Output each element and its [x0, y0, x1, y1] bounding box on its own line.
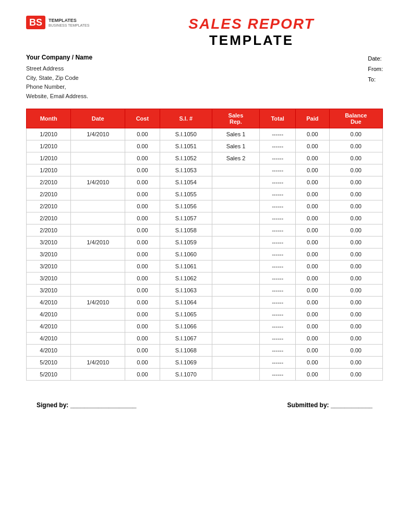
- table-cell-7-1: [71, 212, 125, 224]
- table-cell-3-2: 0.00: [125, 164, 160, 176]
- table-cell-11-4: [212, 261, 259, 273]
- table-cell-1-4: Sales 1: [212, 140, 259, 152]
- table-header-6: Paid: [296, 109, 329, 128]
- table-cell-3-7: 0.00: [329, 164, 382, 176]
- table-cell-13-6: 0.00: [296, 285, 329, 297]
- website-email: Website, Email Address.: [26, 92, 120, 101]
- table-cell-7-0: 2/2010: [27, 212, 71, 224]
- table-row: 2/20100.00S.I.1057------0.000.00: [27, 212, 383, 224]
- table-cell-12-5: ------: [260, 273, 296, 285]
- table-cell-10-7: 0.00: [329, 249, 382, 261]
- table-cell-6-4: [212, 200, 259, 212]
- company-section: Your Company / Name Street Address City,…: [26, 54, 383, 101]
- table-cell-20-2: 0.00: [125, 369, 160, 381]
- table-cell-9-5: ------: [260, 237, 296, 249]
- table-cell-16-4: [212, 321, 259, 333]
- table-cell-16-0: 4/2010: [27, 321, 71, 333]
- table-cell-13-1: [71, 285, 125, 297]
- table-cell-18-0: 4/2010: [27, 345, 71, 357]
- table-cell-17-0: 4/2010: [27, 333, 71, 345]
- table-cell-6-2: 0.00: [125, 200, 160, 212]
- table-cell-9-4: [212, 237, 259, 249]
- table-cell-18-1: [71, 345, 125, 357]
- table-cell-12-7: 0.00: [329, 273, 382, 285]
- table-cell-8-1: [71, 224, 125, 237]
- street-address: Street Address: [26, 64, 120, 74]
- table-cell-5-3: S.I.1055: [160, 188, 212, 200]
- logo-icon: BS: [26, 16, 45, 29]
- table-cell-2-7: 0.00: [329, 152, 382, 164]
- table-cell-6-7: 0.00: [329, 200, 382, 212]
- table-row: 1/20100.00S.I.1051Sales 1------0.000.00: [27, 140, 383, 152]
- table-cell-0-1: 1/4/2010: [71, 128, 125, 140]
- table-cell-11-3: S.I.1061: [160, 261, 212, 273]
- table-cell-3-4: [212, 164, 259, 176]
- table-cell-8-2: 0.00: [125, 224, 160, 237]
- table-cell-14-5: ------: [260, 297, 296, 309]
- table-cell-10-0: 3/2010: [27, 249, 71, 261]
- table-cell-0-0: 1/2010: [27, 128, 71, 140]
- table-row: 3/20100.00S.I.1060------0.000.00: [27, 249, 383, 261]
- table-header-7: BalanceDue: [329, 109, 382, 128]
- table-header-3: S.I. #: [160, 109, 212, 128]
- table-cell-7-3: S.I.1057: [160, 212, 212, 224]
- company-right: Date: From: To:: [368, 54, 383, 101]
- table-cell-12-3: S.I.1062: [160, 273, 212, 285]
- table-row: 1/20100.00S.I.1052Sales 2------0.000.00: [27, 152, 383, 164]
- table-cell-3-3: S.I.1053: [160, 164, 212, 176]
- table-cell-0-7: 0.00: [329, 128, 382, 140]
- table-cell-15-1: [71, 309, 125, 321]
- table-cell-17-4: [212, 333, 259, 345]
- table-cell-8-3: S.I.1058: [160, 224, 212, 237]
- phone-number: Phone Number,: [26, 82, 120, 92]
- table-cell-14-1: 1/4/2010: [71, 297, 125, 309]
- table-cell-18-5: ------: [260, 345, 296, 357]
- table-cell-10-5: ------: [260, 249, 296, 261]
- table-cell-17-6: 0.00: [296, 333, 329, 345]
- table-cell-4-2: 0.00: [125, 176, 160, 188]
- signed-by: Signed by: ___________________: [37, 401, 136, 409]
- table-cell-16-7: 0.00: [329, 321, 382, 333]
- table-cell-15-7: 0.00: [329, 309, 382, 321]
- table-cell-3-6: 0.00: [296, 164, 329, 176]
- table-cell-15-6: 0.00: [296, 309, 329, 321]
- table-cell-7-6: 0.00: [296, 212, 329, 224]
- table-cell-8-4: [212, 224, 259, 237]
- table-cell-4-6: 0.00: [296, 176, 329, 188]
- table-cell-20-0: 5/2010: [27, 369, 71, 381]
- table-cell-13-2: 0.00: [125, 285, 160, 297]
- table-cell-5-1: [71, 188, 125, 200]
- table-cell-16-5: ------: [260, 321, 296, 333]
- table-cell-7-5: ------: [260, 212, 296, 224]
- footer-section: Signed by: ___________________ Submitted…: [26, 401, 383, 409]
- table-row: 5/20100.00S.I.1070------0.000.00: [27, 369, 383, 381]
- table-cell-5-7: 0.00: [329, 188, 382, 200]
- table-cell-0-2: 0.00: [125, 128, 160, 140]
- report-subtitle: TEMPLATE: [120, 32, 383, 49]
- table-cell-20-4: [212, 369, 259, 381]
- table-row: 4/20100.00S.I.1065------0.000.00: [27, 309, 383, 321]
- city-state: City, State, Zip Code: [26, 74, 120, 83]
- table-cell-8-7: 0.00: [329, 224, 382, 237]
- brand-sub: BUSINESS TEMPLATES: [49, 23, 89, 27]
- table-cell-5-0: 2/2010: [27, 188, 71, 200]
- table-cell-9-2: 0.00: [125, 237, 160, 249]
- table-cell-11-1: [71, 261, 125, 273]
- table-cell-9-7: 0.00: [329, 237, 382, 249]
- table-cell-3-1: [71, 164, 125, 176]
- table-cell-14-6: 0.00: [296, 297, 329, 309]
- table-cell-12-6: 0.00: [296, 273, 329, 285]
- report-title: SALES REPORT: [120, 16, 383, 32]
- company-name: Your Company / Name: [26, 54, 120, 61]
- table-header-2: Cost: [125, 109, 160, 128]
- sales-table: MonthDateCostS.I. #SalesRep.TotalPaidBal…: [26, 109, 383, 381]
- table-cell-12-2: 0.00: [125, 273, 160, 285]
- table-cell-1-5: ------: [260, 140, 296, 152]
- table-cell-12-4: [212, 273, 259, 285]
- table-row: 1/20101/4/20100.00S.I.1050Sales 1------0…: [27, 128, 383, 140]
- table-cell-2-3: S.I.1052: [160, 152, 212, 164]
- table-cell-13-5: ------: [260, 285, 296, 297]
- submitted-by: Submitted by: ____________: [287, 401, 372, 409]
- table-cell-7-2: 0.00: [125, 212, 160, 224]
- table-header-0: Month: [27, 109, 71, 128]
